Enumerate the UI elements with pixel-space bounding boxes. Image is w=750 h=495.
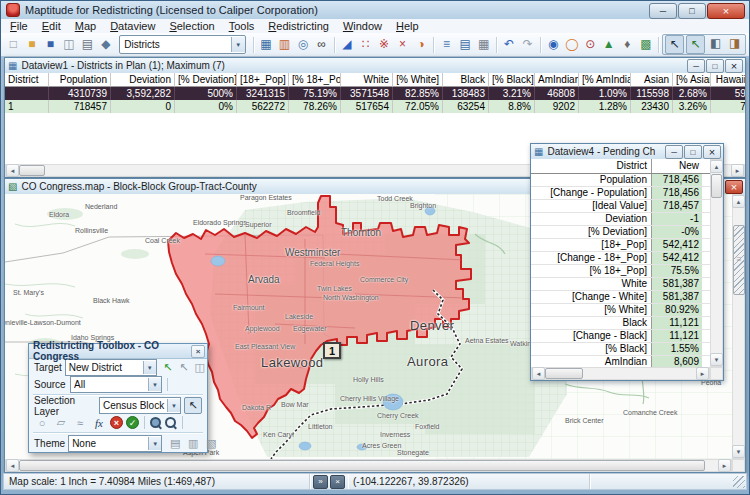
app-titlebar[interactable]: Maptitude for Redistricting (Licensed to… xyxy=(0,0,750,20)
dataview4-header-row[interactable]: District New xyxy=(531,159,710,174)
dataview4-close-button[interactable] xyxy=(703,145,721,159)
table-row[interactable]: [Change - White]581,387 xyxy=(531,291,710,304)
toolbox-titlebar[interactable]: Redistricting Toolbox - CO Congress xyxy=(29,344,207,359)
dataview4-vscrollbar[interactable]: ▲ ▼ xyxy=(710,159,723,367)
print-icon[interactable]: ▤ xyxy=(79,36,96,53)
ellipse-select-icon[interactable]: ○ xyxy=(34,415,50,430)
map-close-button[interactable] xyxy=(725,180,743,194)
column-header[interactable]: Hawaiian xyxy=(711,73,745,87)
dataview1-titlebar[interactable]: Dataview1 - Districts in Plan (1); Maxim… xyxy=(5,58,745,74)
column-header[interactable]: AmIndian xyxy=(535,73,579,87)
maximize-button[interactable] xyxy=(678,3,706,19)
menu-item-dataview[interactable]: Dataview xyxy=(103,19,162,33)
link-icon[interactable]: ◎ xyxy=(295,36,312,53)
column-header[interactable]: Population xyxy=(49,73,111,87)
menu-item-map[interactable]: Map xyxy=(68,19,103,33)
theme-combo[interactable]: None xyxy=(68,435,162,452)
map-hscrollbar[interactable]: ◄ ► xyxy=(5,459,732,472)
table-row[interactable]: [Change - 18+_Pop]542,412 xyxy=(531,252,710,265)
dataview1-close-button[interactable] xyxy=(725,59,743,73)
zoom-in-icon[interactable] xyxy=(165,417,177,429)
column-header[interactable]: [% Asian] xyxy=(673,73,711,87)
plan-combo[interactable]: Districts xyxy=(119,35,245,54)
column-header[interactable]: [% White] xyxy=(393,73,443,87)
table-row[interactable]: [% White]80.92% xyxy=(531,304,710,317)
redo-icon[interactable]: ↷ xyxy=(519,36,536,53)
open-folder-icon[interactable]: ■ xyxy=(24,36,41,53)
column-header[interactable]: [% Deviation] xyxy=(175,73,237,87)
selection-layer-combo[interactable]: Census Block xyxy=(99,397,181,414)
table-row[interactable]: White581,387 xyxy=(531,278,710,291)
select-region-icon[interactable]: ⊙ xyxy=(582,36,599,53)
expand-icon[interactable]: » xyxy=(313,475,328,489)
map-vscrollbar[interactable]: ▲ ▼ xyxy=(732,194,745,459)
theme-list-icon[interactable]: ▤ xyxy=(167,436,183,451)
table-row[interactable]: Black11,121 xyxy=(531,317,710,330)
column-header[interactable]: Asian xyxy=(631,73,673,87)
set-target-icon[interactable]: ↖ xyxy=(160,360,176,375)
chart-frame-icon[interactable]: ▥ xyxy=(276,36,293,53)
polyline-select-icon[interactable]: ≈ xyxy=(72,415,88,430)
map-layers-icon[interactable]: ◢ xyxy=(339,36,356,53)
form-icon[interactable]: ▤ xyxy=(457,36,474,53)
export-icon[interactable]: ◫ xyxy=(61,36,78,53)
close-icon[interactable]: × xyxy=(330,475,345,489)
lock-target-icon[interactable]: ↖ xyxy=(176,360,192,375)
close-button[interactable] xyxy=(707,3,745,19)
table-row[interactable]: [% Black]1.55% xyxy=(531,343,710,356)
target-list-icon[interactable]: ◫ xyxy=(192,360,208,375)
dataview1-maximize-button[interactable] xyxy=(706,59,724,73)
theme-grid-icon[interactable]: ▩ xyxy=(638,36,655,53)
menu-item-edit[interactable]: Edit xyxy=(35,19,68,33)
remove-area-icon[interactable]: ◨ xyxy=(726,35,743,52)
settings-icon[interactable]: ◆ xyxy=(98,36,115,53)
minimize-button[interactable] xyxy=(649,3,677,19)
formula-icon[interactable]: fx xyxy=(91,415,107,430)
theme-save-icon[interactable]: ▥ xyxy=(185,436,201,451)
table-row[interactable]: AmIndian8,609 xyxy=(531,356,710,367)
theme-map-icon[interactable]: ▧ xyxy=(203,436,219,451)
column-header[interactable]: [% AmIndian] xyxy=(579,73,631,87)
apply-icon[interactable]: ✓ xyxy=(126,416,139,429)
new-document-icon[interactable]: □ xyxy=(5,36,22,53)
column-header[interactable]: White xyxy=(341,73,393,87)
column-header[interactable]: District xyxy=(5,73,49,87)
info-icon[interactable]: ◉ xyxy=(545,36,562,53)
cancel-icon[interactable]: × xyxy=(110,416,123,429)
table-row[interactable]: Deviation-1 xyxy=(531,213,710,226)
dataview4-maximize-button[interactable] xyxy=(684,145,702,159)
print-map-icon[interactable]: ▦ xyxy=(475,36,492,53)
table-row[interactable]: [% 18+_Pop]75.5% xyxy=(531,265,710,278)
find-icon[interactable]: ∞ xyxy=(313,36,330,53)
symbol-theme-icon[interactable]: ※ xyxy=(376,36,393,53)
source-combo[interactable]: All xyxy=(70,376,162,393)
dot-density-icon[interactable]: ∷ xyxy=(357,36,374,53)
menu-item-redistricting[interactable]: Redistricting xyxy=(261,19,336,33)
pointer-tool-icon[interactable]: ↖ xyxy=(665,35,684,54)
column-header[interactable]: [% 18+_Pop] xyxy=(289,73,341,87)
column-header[interactable]: Black xyxy=(443,73,489,87)
undo-icon[interactable]: ↶ xyxy=(501,36,518,53)
table-row[interactable]: [% Deviation]-0% xyxy=(531,226,710,239)
resize-grip[interactable] xyxy=(733,476,745,488)
layers-icon[interactable]: ≡ xyxy=(438,36,455,53)
pointer-icon[interactable]: ↖ xyxy=(185,398,201,413)
dataview4-hscrollbar[interactable]: ◄ ► xyxy=(531,367,710,380)
toolbox-close-button[interactable] xyxy=(191,345,205,358)
dataview1-header-row[interactable]: DistrictPopulationDeviation[% Deviation]… xyxy=(5,73,745,87)
table-row[interactable]: [Change - Black]11,121 xyxy=(531,330,710,343)
menu-item-selection[interactable]: Selection xyxy=(162,19,221,33)
table-row[interactable]: Population718,456 xyxy=(531,174,710,187)
scaled-symbol-icon[interactable]: × xyxy=(394,36,411,53)
dataview-icon[interactable]: ▦ xyxy=(258,36,275,53)
add-area-icon[interactable]: ◧ xyxy=(707,35,724,52)
save-icon[interactable]: ■ xyxy=(42,36,59,53)
pointer-button[interactable]: ↖ xyxy=(184,397,202,414)
column-header[interactable]: [18+_Pop] xyxy=(237,73,289,87)
table-row[interactable]: 43107393,592,282500%324131575.19%3571548… xyxy=(5,87,745,100)
select-zoom-icon[interactable] xyxy=(150,417,162,429)
menu-item-help[interactable]: Help xyxy=(389,19,426,33)
table-row[interactable]: [Change - Population]718,456 xyxy=(531,187,710,200)
select-circle-icon[interactable]: ◯ xyxy=(563,36,580,53)
column-header[interactable]: [% Black] xyxy=(489,73,535,87)
